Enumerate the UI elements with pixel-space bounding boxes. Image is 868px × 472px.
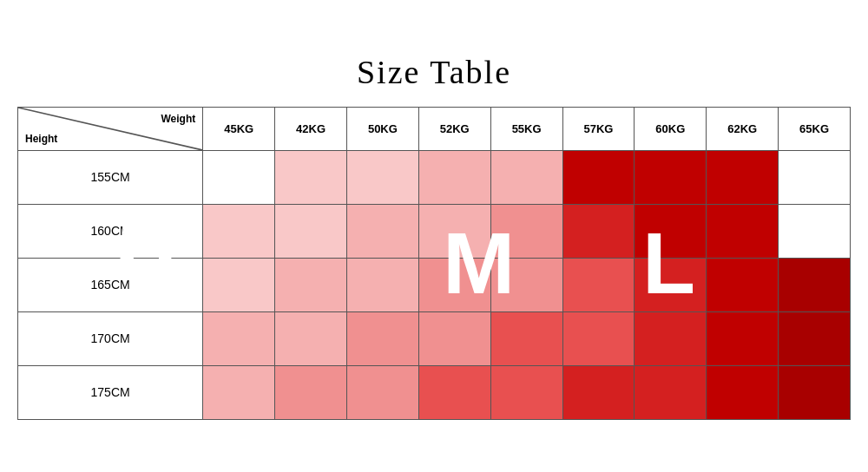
cell-r4-c2 xyxy=(346,365,418,419)
cell-r4-c1 xyxy=(275,365,347,419)
table-wrapper: S M L Weight Height 45KG42KG50KG52KG55KG… xyxy=(17,107,851,420)
cell-r3-c8 xyxy=(779,311,851,365)
cell-r2-c8 xyxy=(779,258,851,311)
cell-r1-c1 xyxy=(275,204,347,258)
cell-r1-c0 xyxy=(203,204,275,258)
cell-r3-c2 xyxy=(346,311,418,365)
col-header-3: 52KG xyxy=(418,107,490,150)
height-label-0: 155CM xyxy=(18,150,203,204)
cell-r3-c0 xyxy=(203,311,275,365)
cell-r2-c2 xyxy=(346,258,418,311)
height-label-3: 170CM xyxy=(18,311,203,365)
cell-r0-c0 xyxy=(203,150,275,204)
cell-r3-c3 xyxy=(418,311,490,365)
cell-r2-c3 xyxy=(418,258,490,311)
cell-r4-c7 xyxy=(707,365,779,419)
cell-r0-c7 xyxy=(707,150,779,204)
col-header-2: 50KG xyxy=(346,107,418,150)
cell-r1-c8 xyxy=(779,204,851,258)
height-label: Height xyxy=(25,133,57,145)
cell-r2-c7 xyxy=(707,258,779,311)
cell-r1-c5 xyxy=(562,204,635,258)
cell-r3-c4 xyxy=(490,311,562,365)
col-header-8: 65KG xyxy=(779,107,851,150)
cell-r0-c4 xyxy=(490,150,562,204)
cell-r1-c4 xyxy=(490,204,562,258)
col-header-6: 60KG xyxy=(635,107,707,150)
cell-r0-c3 xyxy=(418,150,490,204)
cell-r0-c6 xyxy=(635,150,707,204)
cell-r2-c5 xyxy=(562,258,635,311)
cell-r3-c7 xyxy=(707,311,779,365)
cell-r0-c1 xyxy=(275,150,347,204)
cell-r4-c8 xyxy=(779,365,851,419)
cell-r4-c6 xyxy=(635,365,707,419)
cell-r3-c6 xyxy=(635,311,707,365)
cell-r1-c2 xyxy=(346,204,418,258)
col-header-0: 45KG xyxy=(203,107,275,150)
cell-r4-c4 xyxy=(490,365,562,419)
cell-r2-c4 xyxy=(490,258,562,311)
cell-r3-c5 xyxy=(562,311,635,365)
cell-r0-c8 xyxy=(779,150,851,204)
height-label-2: 165CM xyxy=(18,258,203,311)
cell-r2-c1 xyxy=(275,258,347,311)
height-label-1: 160CM xyxy=(18,204,203,258)
col-header-1: 42KG xyxy=(275,107,347,150)
weight-label: Weight xyxy=(161,113,195,125)
cell-r0-c2 xyxy=(346,150,418,204)
page-title: Size Table xyxy=(17,53,851,91)
cell-r0-c5 xyxy=(562,150,635,204)
cell-r3-c1 xyxy=(275,311,347,365)
cell-r1-c6 xyxy=(635,204,707,258)
cell-r4-c5 xyxy=(562,365,635,419)
col-header-5: 57KG xyxy=(562,107,635,150)
cell-r2-c0 xyxy=(203,258,275,311)
col-header-4: 55KG xyxy=(490,107,562,150)
cell-r1-c7 xyxy=(707,204,779,258)
cell-r1-c3 xyxy=(418,204,490,258)
col-header-7: 62KG xyxy=(707,107,779,150)
height-label-4: 175CM xyxy=(18,365,203,419)
size-table: Weight Height 45KG42KG50KG52KG55KG57KG60… xyxy=(17,107,851,420)
cell-r4-c0 xyxy=(203,365,275,419)
cell-r4-c3 xyxy=(418,365,490,419)
cell-r2-c6 xyxy=(635,258,707,311)
